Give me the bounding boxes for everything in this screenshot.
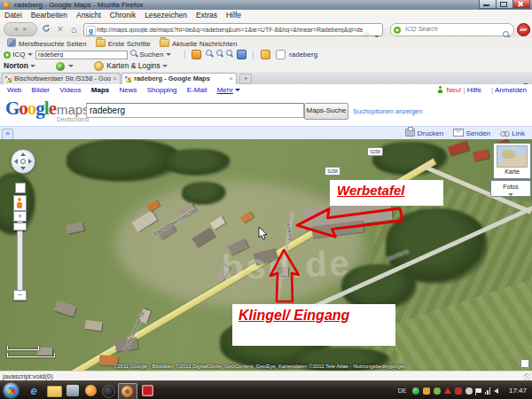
- zoom-out-button[interactable]: −: [13, 290, 27, 301]
- maps-search-input[interactable]: [86, 103, 304, 118]
- adblock-icon[interactable]: ABP: [517, 23, 530, 36]
- icq-search-input[interactable]: [403, 25, 500, 33]
- maps-suche-button[interactable]: Maps-Suche: [304, 103, 348, 120]
- taskbar-app-icon[interactable]: [66, 385, 79, 396]
- tray-app-icon[interactable]: [444, 387, 451, 394]
- search-options-link[interactable]: Suchoptionen anzeigen: [353, 107, 422, 115]
- reset-view-button[interactable]: [15, 183, 26, 193]
- taskbar-explorer-icon[interactable]: [47, 386, 62, 397]
- glink-videos[interactable]: Videos: [59, 86, 81, 94]
- pan-up-icon[interactable]: [20, 153, 26, 156]
- menu-chronik[interactable]: Chronik: [106, 10, 140, 20]
- icq-brand[interactable]: ICQ: [12, 51, 25, 59]
- menu-lesezeichen[interactable]: Lesezeichen: [140, 10, 192, 20]
- bookmarks-toolbar: Meistbesuchte Seiten Erste Schritte Aktu…: [0, 37, 532, 50]
- new-tab-button[interactable]: +: [239, 74, 252, 84]
- bookmark-most-visited[interactable]: Meistbesuchte Seiten: [7, 37, 87, 50]
- google-logo: Google: [5, 98, 56, 120]
- taskbar-clock[interactable]: 17:47: [509, 381, 527, 399]
- menu-bearbeiten[interactable]: Bearbeiten: [27, 10, 72, 20]
- language-indicator[interactable]: DE: [398, 387, 407, 394]
- maximize-button[interactable]: [496, 0, 513, 9]
- zoom-in-icon[interactable]: [205, 49, 213, 57]
- fotos-map-type-button[interactable]: Fotos: [490, 180, 531, 197]
- glink-mehr[interactable]: Mehr: [217, 86, 233, 94]
- tab-radeberg-active[interactable]: radeberg - Google Maps ×: [121, 73, 237, 84]
- zoom-slider-track[interactable]: [17, 221, 23, 292]
- highlighter-icon[interactable]: [261, 50, 270, 59]
- close-button[interactable]: [512, 0, 530, 9]
- map-copyright: ©2011 Google - Bilddaten ©2011 DigitalGl…: [0, 364, 520, 369]
- pan-down-icon[interactable]: [20, 167, 26, 170]
- taskbar-app-icon[interactable]: [102, 385, 115, 398]
- network-signal-icon[interactable]: [485, 387, 491, 395]
- download-icon[interactable]: [237, 50, 246, 59]
- pan-left-icon[interactable]: [14, 159, 18, 164]
- taskbar-app-icon[interactable]: [142, 385, 153, 396]
- tab-close-icon[interactable]: ×: [229, 74, 233, 84]
- icq-suchen-button[interactable]: Suchen: [129, 49, 171, 60]
- tab-close-icon[interactable]: ×: [113, 74, 117, 84]
- zoom-reset-icon[interactable]: [225, 49, 233, 57]
- glink-shopping[interactable]: Shopping: [147, 86, 177, 94]
- map-pan-control[interactable]: [11, 149, 35, 174]
- menu-ansicht[interactable]: Ansicht: [72, 10, 106, 20]
- menu-hilfe[interactable]: Hilfe: [222, 10, 246, 20]
- resize-grip[interactable]: [524, 373, 531, 380]
- volume-icon[interactable]: [494, 388, 498, 394]
- anmelden-link[interactable]: Anmelden: [495, 86, 527, 94]
- glink-news[interactable]: News: [119, 86, 137, 94]
- norton-safeweb-button[interactable]: ✓: [54, 61, 74, 70]
- icq-page-title: radeberg: [289, 51, 317, 59]
- norton-brand[interactable]: Norton: [4, 61, 28, 70]
- drucken-link[interactable]: Drucken: [405, 127, 443, 140]
- report-problem-icon[interactable]: [520, 359, 529, 368]
- start-button[interactable]: [4, 383, 19, 398]
- building: [448, 141, 469, 156]
- folder-icon[interactable]: [192, 50, 201, 59]
- icq-toolbar-input[interactable]: [35, 51, 128, 59]
- taskbar-firefox-active[interactable]: [118, 383, 137, 399]
- pegman-icon: [18, 198, 21, 201]
- neu-link[interactable]: Neu!: [446, 86, 461, 94]
- tray-app-icon[interactable]: [455, 387, 462, 395]
- home-icon[interactable]: ⌂: [68, 24, 79, 35]
- zoom-out-icon[interactable]: [215, 49, 223, 57]
- tray-app-icon[interactable]: [434, 387, 441, 395]
- glink-email[interactable]: E-Mail: [187, 86, 207, 94]
- page-icon[interactable]: [276, 50, 286, 59]
- zoom-slider-handle[interactable]: [13, 223, 27, 231]
- icq-search-box[interactable]: [390, 23, 514, 36]
- taskbar-ie-icon[interactable]: e: [27, 384, 41, 398]
- location-bar[interactable]: g: [83, 23, 383, 36]
- map-canvas[interactable]: Bischofswerdaer Str. Bischofswerdaer Str…: [0, 139, 532, 371]
- glink-maps[interactable]: Maps: [91, 86, 109, 94]
- trees: [164, 149, 231, 176]
- tab-bischofswerdaer[interactable]: Bischofswerdaer Str./S158 - Google... ×: [2, 73, 121, 84]
- icq-toolbar: ICQ Suchen radeberg: [0, 49, 532, 61]
- tray-app-icon[interactable]: [423, 387, 430, 395]
- url-input[interactable]: [97, 24, 363, 35]
- pegman-control[interactable]: [13, 195, 27, 211]
- tray-wifi-icon[interactable]: [466, 387, 473, 395]
- hilfe-link[interactable]: Hilfe: [467, 86, 481, 94]
- reload-icon[interactable]: [41, 24, 51, 35]
- glink-web[interactable]: Web: [7, 86, 21, 94]
- pan-right-icon[interactable]: [28, 159, 32, 164]
- building: [84, 320, 102, 332]
- folder-icon: [96, 39, 106, 47]
- menu-datei[interactable]: Datei: [0, 10, 27, 20]
- taskbar-app-icon[interactable]: [85, 385, 97, 396]
- minimize-button[interactable]: [479, 0, 497, 9]
- glink-bilder[interactable]: Bilder: [32, 86, 50, 94]
- stop-icon[interactable]: ✕: [55, 24, 66, 35]
- link-link[interactable]: Link: [500, 127, 525, 140]
- action-center-flag-icon[interactable]: [476, 388, 481, 393]
- norton-logins-button[interactable]: Karten & Logins: [91, 61, 168, 70]
- karte-map-type-button[interactable]: Karte: [493, 143, 531, 179]
- back-forward-buttons[interactable]: ◄ ►: [4, 22, 37, 36]
- menu-extras[interactable]: Extras: [192, 10, 222, 20]
- senden-link[interactable]: Senden: [453, 127, 490, 140]
- tray-norton-icon[interactable]: [412, 387, 419, 395]
- pan-center-icon[interactable]: [20, 159, 26, 164]
